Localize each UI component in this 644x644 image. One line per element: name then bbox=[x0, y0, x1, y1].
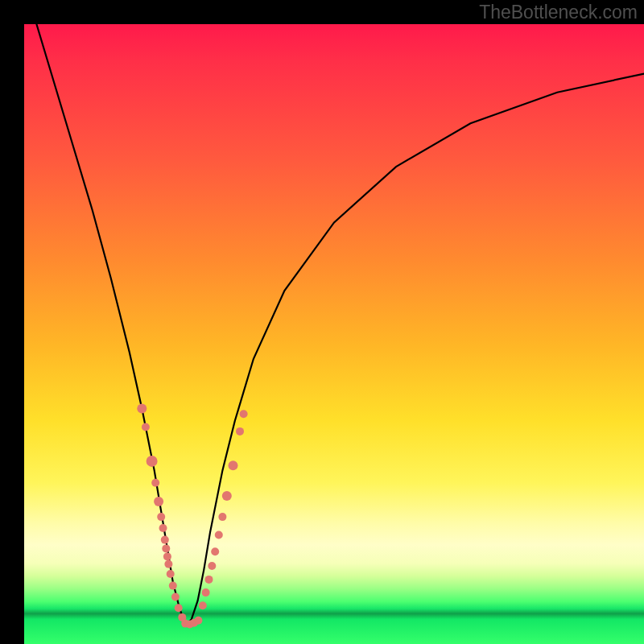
data-point bbox=[164, 560, 172, 568]
bottleneck-curve bbox=[36, 24, 644, 625]
data-point bbox=[229, 460, 238, 470]
data-point bbox=[199, 601, 207, 609]
data-point bbox=[208, 562, 216, 570]
data-point bbox=[159, 524, 167, 532]
data-point bbox=[202, 588, 210, 597]
data-point bbox=[205, 576, 213, 584]
data-point bbox=[169, 582, 177, 590]
data-point bbox=[154, 497, 163, 506]
data-point bbox=[218, 513, 226, 521]
data-point bbox=[137, 403, 147, 413]
data-point bbox=[211, 547, 219, 555]
data-point bbox=[167, 570, 175, 578]
chart-outer-frame: TheBottleneck.com bbox=[0, 0, 644, 644]
data-point bbox=[175, 604, 183, 612]
data-point bbox=[151, 479, 159, 487]
data-point bbox=[163, 552, 171, 560]
data-point bbox=[194, 617, 202, 625]
data-point bbox=[161, 536, 169, 544]
data-point bbox=[157, 513, 165, 521]
curve-layer bbox=[24, 24, 644, 644]
data-point bbox=[171, 593, 180, 601]
data-point bbox=[162, 544, 170, 552]
plot-area bbox=[24, 24, 644, 644]
data-point bbox=[142, 423, 150, 431]
data-point bbox=[147, 456, 158, 467]
data-point bbox=[240, 410, 248, 418]
watermark-text: TheBottleneck.com bbox=[479, 2, 638, 23]
data-point bbox=[222, 491, 232, 501]
data-point bbox=[215, 531, 223, 539]
data-point bbox=[236, 427, 244, 436]
